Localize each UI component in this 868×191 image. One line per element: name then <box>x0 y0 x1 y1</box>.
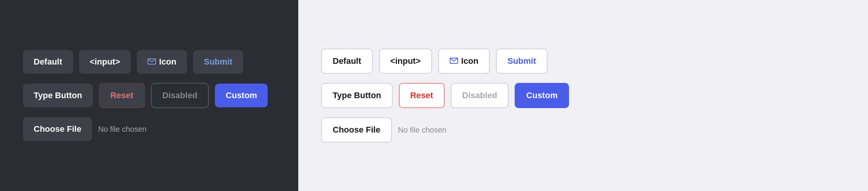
light-choose-file-button[interactable]: Choose File <box>321 117 392 142</box>
dark-reset-button[interactable]: Reset <box>99 83 145 108</box>
dark-custom-button[interactable]: Custom <box>215 84 268 107</box>
light-default-button[interactable]: Default <box>321 49 373 74</box>
dark-custom-label: Custom <box>226 91 257 100</box>
light-custom-button[interactable]: Custom <box>515 83 569 108</box>
dark-submit-label: Submit <box>204 57 232 67</box>
dark-icon-label: Icon <box>159 57 176 67</box>
dark-default-label: Default <box>34 57 62 67</box>
dark-row-2: Type Button Reset Disabled Custom <box>23 83 268 108</box>
dark-no-file-label: No file chosen <box>98 125 147 134</box>
dark-row-1: Default <input> Icon Submit <box>23 50 243 74</box>
light-input-button[interactable]: <input> <box>379 49 432 74</box>
light-no-file-label: No file chosen <box>398 126 447 134</box>
light-disabled-label: Disabled <box>462 91 497 100</box>
light-input-label: <input> <box>390 56 421 66</box>
light-submit-label: Submit <box>507 56 536 66</box>
light-panel: Default <input> Icon Submit Type Button … <box>298 0 868 191</box>
dark-choose-file-button[interactable]: Choose File <box>23 117 92 141</box>
light-icon-label: Icon <box>461 56 478 66</box>
light-default-label: Default <box>333 56 361 66</box>
light-row-1: Default <input> Icon Submit <box>321 49 548 74</box>
dark-disabled-button: Disabled <box>151 83 209 108</box>
dark-default-button[interactable]: Default <box>23 50 73 74</box>
dark-file-row: Choose File No file chosen <box>23 117 146 141</box>
dark-typebutton-button[interactable]: Type Button <box>23 84 93 107</box>
light-submit-button[interactable]: Submit <box>496 49 548 74</box>
light-disabled-button: Disabled <box>451 83 509 108</box>
light-row-2: Type Button Reset Disabled Custom <box>321 83 569 108</box>
light-icon-button[interactable]: Icon <box>438 49 490 74</box>
dark-input-button[interactable]: <input> <box>79 50 131 74</box>
dark-disabled-label: Disabled <box>163 91 198 100</box>
light-typebutton-label: Type Button <box>333 91 381 100</box>
dark-input-label: <input> <box>90 57 120 67</box>
light-custom-label: Custom <box>526 91 558 100</box>
dark-reset-label: Reset <box>111 91 133 100</box>
light-file-row: Choose File No file chosen <box>321 117 446 142</box>
light-choose-file-label: Choose File <box>333 125 380 135</box>
dark-panel: Default <input> Icon Submit Type Button … <box>0 0 298 191</box>
dark-choose-file-label: Choose File <box>34 124 81 134</box>
light-typebutton-button[interactable]: Type Button <box>321 83 393 108</box>
light-reset-button[interactable]: Reset <box>399 83 445 108</box>
mail-icon <box>148 57 156 67</box>
dark-submit-button[interactable]: Submit <box>193 50 243 74</box>
light-reset-label: Reset <box>410 91 433 100</box>
mail-icon <box>450 56 458 66</box>
dark-icon-button[interactable]: Icon <box>137 50 187 74</box>
dark-typebutton-label: Type Button <box>34 91 82 100</box>
